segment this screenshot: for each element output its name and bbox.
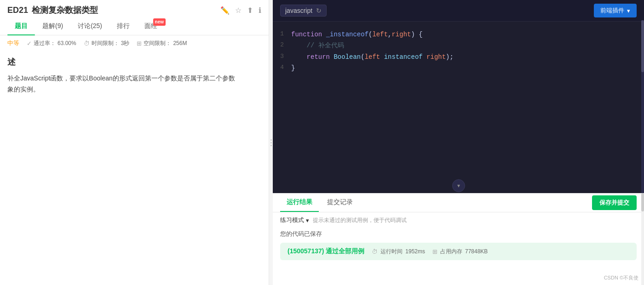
refresh-icon[interactable]: ↻ [316,7,322,14]
right-panel: javascript ↻ 前端插件 ▾ 1 function _instance… [273,0,644,285]
line-content-3: return Boolean(left instanceof right); [291,52,644,62]
desc-title: 述 [7,57,261,68]
check-icon: ✓ [27,40,32,47]
pass-rate-value: 63.00% [58,40,76,46]
language-selector[interactable]: javascript ↻ [280,5,327,17]
space-limit-value: 256M [173,40,187,46]
time-limit-value: 3秒 [121,40,130,47]
line-number-3: 3 [273,52,291,62]
practice-bar: 练习模式 ▾ 提示未通过的测试用例，便于代码调试 [273,212,644,228]
problem-meta: 中等 ✓ 通过率： 63.00% ⏱ 时间限制： 3秒 ⊞ 空间限制： 256M [0,35,269,51]
pass-label: (150057137) 通过全部用例 [288,247,364,256]
difficulty-tag: 中等 [7,39,19,47]
clock-icon: ⏱ [84,40,90,47]
line-content-2: // 补全代码 [291,40,644,51]
tab-solutions[interactable]: 题解(9) [35,17,70,35]
header-icons: ✏️ ☆ ⬆ ℹ [220,6,261,15]
line-number-2: 2 [273,40,291,50]
saved-status: 您的代码已保存 [273,228,644,240]
time-limit-label: 时间限制： [92,40,119,47]
tab-discuss[interactable]: 讨论(25) [70,17,109,35]
result-memory-item: ⊞ 占用内存 77848KB [432,248,488,256]
code-line-4: 4 } [273,63,644,74]
chevron-down-icon: ▾ [627,7,630,14]
editor-header: javascript ↻ 前端插件 ▾ [273,0,644,22]
memory-icon: ⊞ [137,40,142,47]
bottom-panel: 运行结果 提交记录 保存并提交 练习模式 ▾ 提示未通过的测试用例，便于代码调试… [273,193,644,285]
bottom-scrollbar-thumb [641,193,644,211]
bottom-scrollbar[interactable] [641,193,644,285]
tab-submit-record[interactable]: 提交记录 [321,194,359,212]
tab-interview[interactable]: 面经 new [137,17,165,35]
problem-id: ED21 [7,6,28,15]
left-header: ED21 检测复杂数据类型 ✏️ ☆ ⬆ ℹ [0,0,269,16]
bottom-tabs-left: 运行结果 提交记录 [280,194,359,212]
practice-desc: 提示未通过的测试用例，便于代码调试 [313,217,407,224]
share-icon[interactable]: ⬆ [247,6,253,15]
line-number-1: 1 [273,29,291,39]
time-limit-item: ⏱ 时间限制： 3秒 [84,40,130,47]
divider-dot [270,145,272,146]
chevron-down-icon: ▾ [306,217,309,224]
tab-problem[interactable]: 题目 [7,17,35,35]
space-limit-label: 空间限制： [144,40,171,47]
tab-rank[interactable]: 排行 [109,17,137,35]
title-row: ED21 检测复杂数据类型 [7,5,98,16]
result-bar: (150057137) 通过全部用例 ⏱ 运行时间 1952ms ⊞ 占用内存 … [280,243,637,260]
save-submit-button[interactable]: 保存并提交 [592,195,637,210]
new-badge: new [153,18,166,26]
plugin-label: 前端插件 [600,6,624,15]
bottom-tabs: 运行结果 提交记录 保存并提交 [273,194,644,212]
description-area: 述 补全JavaScript函数，要求以Boolean的形式返回第一个参数是否属… [0,51,269,285]
line-number-4: 4 [273,63,291,73]
scroll-down-button[interactable]: ▾ [452,179,465,192]
line-content-4: } [291,63,644,73]
memory-icon: ⊞ [432,248,437,255]
plugin-button[interactable]: 前端插件 ▾ [594,4,637,17]
pass-rate-item: ✓ 通过率： 63.00% [27,40,76,47]
practice-mode-label[interactable]: 练习模式 ▾ [280,216,309,224]
pass-rate-label: 通过率： [34,40,56,47]
language-label: javascript [285,7,312,14]
editor-scrollbar-thumb [641,20,644,72]
line-content-1: function _instanceof(left,right) { [291,29,644,40]
space-limit-item: ⊞ 空间限制： 256M [137,40,187,47]
result-time-item: ⏱ 运行时间 1952ms [372,248,425,256]
code-line-2: 2 // 补全代码 [273,40,644,51]
divider-dot [270,142,272,143]
code-line-3: 3 return Boolean(left instanceof right); [273,51,644,63]
clock-icon: ⏱ [372,248,378,255]
star-icon[interactable]: ☆ [235,6,242,15]
resize-divider[interactable] [269,0,273,285]
tabs-row: 题目 题解(9) 讨论(25) 排行 面经 new [0,17,269,35]
code-editor[interactable]: 1 function _instanceof(left,right) { 2 /… [273,22,644,193]
edit-icon[interactable]: ✏️ [220,6,230,15]
info-icon[interactable]: ℹ [259,6,261,15]
chevron-down-icon: ▾ [457,182,460,189]
divider-dot [270,139,272,141]
left-panel: ED21 检测复杂数据类型 ✏️ ☆ ⬆ ℹ 题目 题解(9) 讨论(25) 排… [0,0,269,285]
editor-scrollbar[interactable] [641,20,644,193]
desc-text: 补全JavaScript函数，要求以Boolean的形式返回第一个参数是否属于第… [7,73,261,95]
tab-run-result[interactable]: 运行结果 [280,194,319,212]
code-line-1: 1 function _instanceof(left,right) { [273,29,644,40]
divider-handle [270,139,272,146]
problem-title: 检测复杂数据类型 [32,5,98,16]
